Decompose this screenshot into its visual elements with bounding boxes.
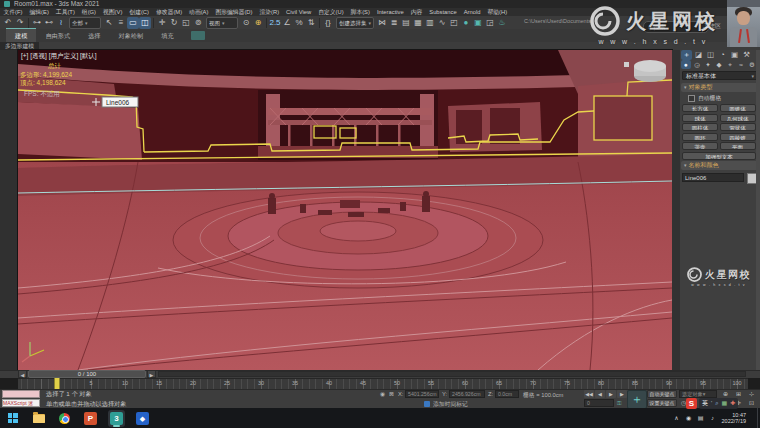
geometry-category-icon[interactable]: ● [681, 60, 691, 69]
viewport-canvas[interactable]: [+] [透视] [用户定义] [默认] 总计 多边形: 4,199,624 顶… [18, 50, 672, 370]
create-tab-icon[interactable]: ＋ [681, 50, 692, 60]
render-setup-icon[interactable]: ▣ [472, 17, 484, 29]
frame-forward-button[interactable]: ▶ [147, 370, 156, 378]
unlink-icon[interactable]: ⊷ [43, 17, 55, 29]
blue-app-button[interactable]: ◆ [134, 410, 151, 427]
scale-icon[interactable]: ◱ [180, 17, 192, 29]
play-icon[interactable]: ▶ [606, 390, 616, 398]
rotate-icon[interactable]: ↻ [168, 17, 180, 29]
file-explorer-button[interactable] [30, 410, 47, 427]
select-link-icon[interactable]: ⊶ [31, 17, 43, 29]
sogou-icon[interactable]: S [686, 398, 697, 409]
z-coordinate-field[interactable]: 0.0cm [495, 390, 519, 398]
render-icon[interactable]: ♨ [496, 17, 508, 29]
ribbon-tab-selection[interactable]: 选择 [79, 29, 109, 42]
utilities-tab-icon[interactable]: ⚒ [741, 50, 752, 60]
ime-board-icon[interactable]: ▦ [722, 398, 728, 409]
selection-lock-icon[interactable]: ⊠ [389, 391, 394, 397]
maxscript-mini-listener[interactable]: MAXScript 迷 [2, 399, 40, 407]
named-sets-dropdown[interactable]: 创建选择集▾ [336, 17, 374, 29]
rendered-frame-icon[interactable]: ◲ [484, 17, 496, 29]
toggle-ribbon-icon[interactable]: ▦ [412, 17, 424, 29]
cameras-category-icon[interactable]: ◆ [714, 60, 724, 69]
ime-search-icon[interactable]: ⌕ [715, 398, 718, 409]
mirror-icon[interactable]: ⋈ [376, 17, 388, 29]
taskbar-clock[interactable]: 10:47 2022/7/19 [722, 412, 746, 425]
autogrid-checkbox[interactable]: 自动栅格 [688, 94, 754, 102]
create-categories[interactable]: ●◶✦◆⌖≈⚙ [681, 60, 759, 69]
tray-chevron-icon[interactable]: ∧ [673, 412, 681, 424]
name-color-rollout[interactable]: ▾名称和颜色 [681, 161, 759, 170]
viewport-label[interactable]: [+] [透视] [用户定义] [默认] [21, 52, 97, 60]
auto-key-button[interactable]: 自动关键点 [647, 390, 677, 398]
redo-icon[interactable]: ↷ [14, 17, 26, 29]
add-time-tag[interactable]: 添加时间标记 [424, 400, 468, 408]
ribbon-tab-populate[interactable]: 填充 [152, 29, 182, 42]
align-icon[interactable]: ≣ [388, 17, 400, 29]
angle-snap-icon[interactable]: ∠ [281, 17, 293, 29]
next-frame-icon[interactable]: ▶ [617, 390, 627, 398]
torus-button[interactable]: 圆环 [682, 133, 718, 141]
prev-frame-icon[interactable]: ◀ [595, 390, 605, 398]
menu-item[interactable]: Civil View [283, 9, 315, 15]
spinner-snap-icon[interactable]: ⇅ [305, 17, 317, 29]
textplus-button[interactable]: 加强型文本 [682, 152, 756, 160]
set-keys-button[interactable]: ＋ [627, 390, 647, 409]
current-frame-field[interactable]: 0 [584, 399, 614, 407]
ribbon-tab-modeling[interactable]: 建模 [6, 28, 36, 42]
tube-button[interactable]: 管状体 [720, 123, 756, 131]
layer-manager-icon[interactable]: ▤ [400, 17, 412, 29]
cylinder-button[interactable]: 圆柱体 [682, 123, 718, 131]
go-start-icon[interactable]: ◀◀ [584, 390, 594, 398]
ime-punct-icon[interactable]: ' [711, 398, 712, 409]
menu-bar[interactable]: 文件(F)编辑(E)工具(T)组(G)视图(V)创建(C)修改器(M)动画(A)… [0, 8, 760, 16]
cone-button[interactable]: 圆锥体 [720, 104, 756, 112]
percent-snap-icon[interactable]: % [293, 17, 305, 29]
search-input[interactable]: ⌕ 搜索 [643, 21, 709, 33]
curve-editor-icon[interactable]: ∿ [436, 17, 448, 29]
tray-mic-icon[interactable]: ◉ [685, 412, 693, 424]
frame-back-button[interactable]: ◀ [18, 370, 27, 378]
spacewarps-category-icon[interactable]: ≈ [736, 60, 746, 69]
system-tray[interactable]: ∧◉▤♪ 10:47 2022/7/19 [673, 408, 746, 428]
hierarchy-tab-icon[interactable]: ◫ [705, 50, 716, 60]
time-slider-groove[interactable] [158, 371, 746, 377]
tray-volume-icon[interactable]: ♪ [709, 412, 717, 424]
tray-network-icon[interactable]: ▤ [697, 412, 705, 424]
bind-spacewarp-icon[interactable]: ≀ [55, 17, 67, 29]
ref-coord-dropdown[interactable]: 视图▾ [206, 17, 238, 29]
move-icon[interactable]: ✛ [156, 17, 168, 29]
y-coordinate-field[interactable]: 2456.926cm [449, 390, 485, 398]
3dsmax-button[interactable]: 3 [108, 410, 125, 427]
viewport[interactable]: [+] [透视] [用户定义] [默认] 总计 多边形: 4,199,624 顶… [18, 50, 672, 370]
polygon-modeling-panel[interactable]: 多边形建模 [0, 42, 39, 50]
start-button[interactable] [4, 410, 21, 427]
rect-region-icon[interactable]: ▭ [127, 17, 139, 29]
current-frame-marker[interactable] [54, 378, 60, 389]
ime-tools-icon[interactable]: ✚ [730, 398, 735, 409]
track-bar[interactable]: 5101520253035404550556065707580859095100 [18, 378, 748, 389]
plane-button[interactable]: 平面 [720, 142, 756, 150]
x-coordinate-field[interactable]: 5401.256cm [405, 390, 439, 398]
sphere-button[interactable]: 球体 [682, 114, 718, 122]
undo-icon[interactable]: ↶ [2, 17, 14, 29]
ime-mode-label[interactable]: 英 [702, 398, 708, 409]
set-key-button[interactable]: 设置关键点 [647, 399, 677, 407]
schematic-view-icon[interactable]: ◰ [448, 17, 460, 29]
set-key-icon[interactable]: ⚿ [617, 400, 621, 407]
menu-item[interactable]: Substance [426, 9, 460, 15]
motion-tab-icon[interactable]: ◔ [717, 50, 728, 60]
teapot-button[interactable]: 茶壶 [682, 142, 718, 150]
placement-icon[interactable]: ⊚ [192, 17, 204, 29]
chrome-button[interactable] [56, 410, 73, 427]
manipulate-icon[interactable]: ⊕ [252, 17, 264, 29]
object-name-field[interactable]: Line006 [682, 173, 744, 182]
window-crossing-icon[interactable]: ◫ [139, 17, 151, 29]
powerpoint-button[interactable]: P [82, 410, 99, 427]
time-slider-handle[interactable]: 0 / 100 [28, 370, 146, 378]
box-button[interactable]: 长方体 [682, 104, 718, 112]
selection-filter-dropdown[interactable]: 全部▾ [69, 17, 101, 29]
helpers-category-icon[interactable]: ⌖ [725, 60, 735, 69]
named-sets-icon[interactable]: {} [322, 17, 334, 29]
pivot-center-icon[interactable]: ⊙ [240, 17, 252, 29]
